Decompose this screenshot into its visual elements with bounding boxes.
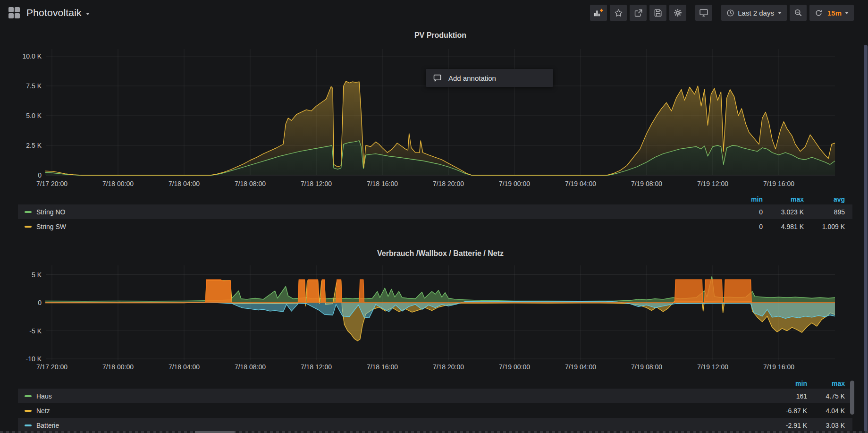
value-min: -6.87 K <box>769 407 807 415</box>
add-annotation-menu-item[interactable]: Add annotation <box>426 69 553 87</box>
add-annotation-label: Add annotation <box>448 74 496 82</box>
caret-down-icon <box>86 13 90 15</box>
refresh-icon <box>815 9 823 17</box>
star-button[interactable] <box>610 5 627 21</box>
legend-row-string-sw: String SW 0 4.981 K 1.009 K <box>18 219 852 234</box>
svg-text:7/19 12:00: 7/19 12:00 <box>697 180 728 187</box>
dashboard-title-dropdown[interactable]: Photovoltaik <box>8 7 90 18</box>
legend-col-max[interactable]: max <box>763 195 804 203</box>
series-toggle-netz[interactable]: Netz <box>36 407 50 415</box>
series-toggle-haus[interactable]: Haus <box>36 392 52 400</box>
legend-header: min max <box>18 378 852 389</box>
svg-text:7/18 04:00: 7/18 04:00 <box>169 180 200 187</box>
verbrauch-chart[interactable]: 5 K0-5 K-10 K7/17 20:007/18 00:007/18 04… <box>0 260 868 375</box>
window-scrollbar-thumb[interactable] <box>864 45 868 433</box>
share-icon <box>634 8 643 17</box>
svg-text:7/19 00:00: 7/19 00:00 <box>499 180 530 187</box>
svg-text:5.0 K: 5.0 K <box>26 112 42 119</box>
svg-text:7/18 16:00: 7/18 16:00 <box>367 180 398 187</box>
caret-down-icon <box>845 12 849 14</box>
horizontal-scrollbar-thumb[interactable] <box>195 431 235 433</box>
tv-mode-button[interactable] <box>695 5 712 21</box>
svg-text:7/19 04:00: 7/19 04:00 <box>565 180 596 187</box>
pv-legend: min max avg String NO 0 3.023 K 895 Stri… <box>18 194 852 234</box>
caret-down-icon <box>778 12 782 14</box>
series-swatch <box>25 395 32 397</box>
svg-text:7/18 00:00: 7/18 00:00 <box>102 363 134 371</box>
legend-row-netz: Netz -6.87 K 4.04 K <box>18 403 852 418</box>
star-icon <box>614 8 623 17</box>
svg-text:7/18 04:00: 7/18 04:00 <box>169 363 200 371</box>
value-max: 3.03 K <box>807 422 845 429</box>
clock-icon <box>726 9 734 17</box>
zoom-out-icon <box>793 8 803 17</box>
add-panel-button[interactable] <box>590 5 607 21</box>
series-swatch <box>25 226 32 228</box>
value-min: 0 <box>722 208 763 216</box>
bar-chart-plus-icon <box>593 8 604 17</box>
gear-icon <box>673 8 683 17</box>
legend-col-max[interactable]: max <box>807 380 845 387</box>
panel-title-verbrauch[interactable]: Verbrauch /Wallbox / Batterie / Netz <box>46 249 835 258</box>
series-toggle-batterie[interactable]: Batterie <box>36 422 59 429</box>
legend-row-batterie: Batterie -2.91 K 3.03 K <box>18 418 852 433</box>
value-avg: 1.009 K <box>804 223 845 230</box>
series-swatch <box>25 425 32 426</box>
pv-produktion-chart[interactable]: 02.5 K5.0 K7.5 K10.0 K7/17 20:007/18 00:… <box>0 45 868 191</box>
svg-text:-10 K: -10 K <box>26 355 42 363</box>
svg-text:5 K: 5 K <box>32 271 42 279</box>
save-button[interactable] <box>649 5 666 21</box>
refresh-interval-label: 15m <box>827 9 842 17</box>
toolbar: Last 2 days 15m <box>587 5 854 21</box>
legend-col-avg[interactable]: avg <box>804 195 845 203</box>
svg-text:7/19 16:00: 7/19 16:00 <box>763 180 794 187</box>
svg-text:7/18 12:00: 7/18 12:00 <box>301 180 332 187</box>
svg-text:10.0 K: 10.0 K <box>23 52 42 60</box>
svg-text:7.5 K: 7.5 K <box>26 82 42 90</box>
legend-col-min[interactable]: min <box>769 380 807 387</box>
series-swatch <box>25 410 32 412</box>
zoom-out-button[interactable] <box>790 5 807 21</box>
dashboards-grid-icon <box>8 7 20 18</box>
svg-text:-5 K: -5 K <box>29 327 42 335</box>
svg-text:0: 0 <box>38 171 42 179</box>
svg-text:7/18 12:00: 7/18 12:00 <box>301 363 332 371</box>
svg-text:7/19 12:00: 7/19 12:00 <box>697 363 728 371</box>
svg-text:7/18 08:00: 7/18 08:00 <box>235 180 266 187</box>
legend-scrollbar-thumb[interactable] <box>850 381 854 415</box>
svg-text:0: 0 <box>38 299 42 306</box>
dashboard-title: Photovoltaik <box>26 7 82 18</box>
refresh-picker[interactable]: 15m <box>809 5 854 21</box>
legend-header: min max avg <box>18 194 852 204</box>
value-avg: 895 <box>804 208 845 216</box>
panel-title-pv-produktion[interactable]: PV Produktion <box>46 31 835 40</box>
navbar: Photovoltaik <box>0 0 868 23</box>
legend-col-min[interactable]: min <box>722 195 763 203</box>
value-min: -2.91 K <box>769 422 807 429</box>
share-button[interactable] <box>630 5 647 21</box>
grafana-dashboard: Photovoltaik <box>0 0 868 433</box>
value-max: 4.04 K <box>807 407 845 415</box>
svg-text:7/19 08:00: 7/19 08:00 <box>631 363 662 371</box>
verbrauch-legend: min max Haus 161 4.75 K Netz -6.87 K 4.0… <box>18 378 852 433</box>
svg-text:7/19 16:00: 7/19 16:00 <box>763 363 794 371</box>
time-range-label: Last 2 days <box>738 9 774 17</box>
svg-text:7/19 00:00: 7/19 00:00 <box>499 363 530 371</box>
svg-text:7/18 16:00: 7/18 16:00 <box>367 363 398 371</box>
value-max: 4.75 K <box>807 392 845 400</box>
svg-text:7/18 20:00: 7/18 20:00 <box>433 363 464 371</box>
svg-text:2.5 K: 2.5 K <box>26 142 42 149</box>
svg-text:7/18 00:00: 7/18 00:00 <box>102 180 134 187</box>
monitor-icon <box>699 8 708 17</box>
legend-row-string-no: String NO 0 3.023 K 895 <box>18 204 852 219</box>
value-min: 161 <box>769 392 807 400</box>
series-toggle-string-sw[interactable]: String SW <box>36 223 66 230</box>
horizontal-scrollbar-track <box>0 431 868 433</box>
svg-text:7/18 20:00: 7/18 20:00 <box>433 180 464 187</box>
value-min: 0 <box>722 223 763 230</box>
time-range-picker[interactable]: Last 2 days <box>721 5 787 21</box>
series-swatch <box>25 211 32 213</box>
svg-text:7/18 08:00: 7/18 08:00 <box>235 363 266 371</box>
series-toggle-string-no[interactable]: String NO <box>36 208 65 216</box>
settings-button[interactable] <box>669 5 686 21</box>
